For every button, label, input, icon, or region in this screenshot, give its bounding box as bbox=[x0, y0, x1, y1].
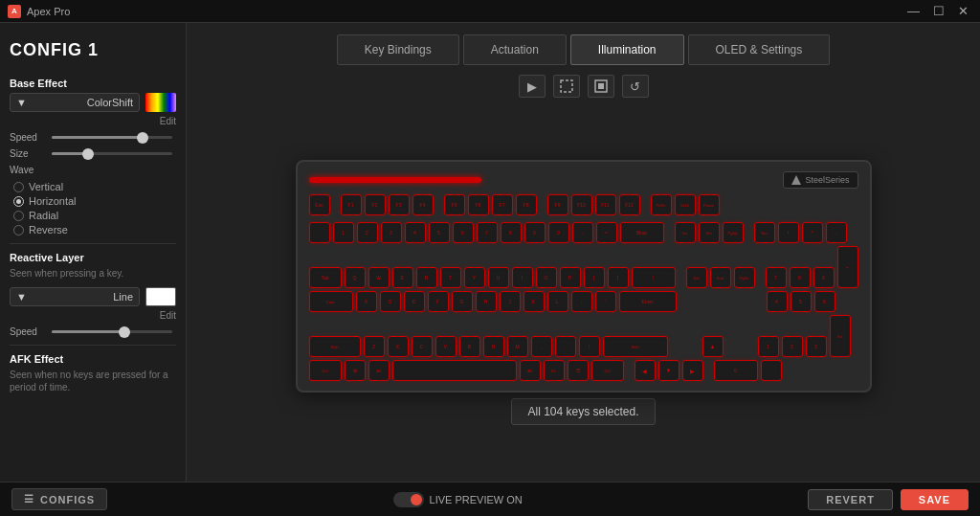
select-all-btn[interactable] bbox=[588, 75, 614, 98]
revert-button[interactable]: REVERT bbox=[808, 489, 893, 510]
key-f7[interactable]: F7 bbox=[492, 194, 513, 215]
key-num3[interactable]: 3 bbox=[806, 336, 827, 357]
key-z[interactable]: Z bbox=[364, 336, 385, 357]
tab-oled-settings[interactable]: OLED & Settings bbox=[688, 34, 831, 65]
undo-btn[interactable]: ↺ bbox=[622, 75, 649, 98]
key-6[interactable]: 6 bbox=[453, 222, 474, 243]
key-fn[interactable]: Fn bbox=[544, 360, 565, 381]
base-effect-edit[interactable]: Edit bbox=[10, 116, 176, 126]
key-rbracket[interactable]: ] bbox=[608, 267, 629, 288]
key-f6[interactable]: F6 bbox=[468, 194, 489, 215]
tab-actuation[interactable]: Actuation bbox=[463, 34, 567, 65]
wave-horizontal-radio[interactable] bbox=[13, 196, 24, 207]
key-prtsc[interactable]: PrtSc bbox=[651, 194, 672, 215]
key-backtick[interactable]: ` bbox=[309, 222, 330, 243]
key-f4[interactable]: F4 bbox=[412, 194, 434, 215]
key-2[interactable]: 2 bbox=[357, 222, 378, 243]
key-8[interactable]: 8 bbox=[501, 222, 522, 243]
key-f5[interactable]: F5 bbox=[444, 194, 465, 215]
key-num9[interactable]: 9 bbox=[813, 267, 835, 288]
key-r[interactable]: R bbox=[416, 267, 437, 288]
live-preview-toggle[interactable] bbox=[393, 492, 424, 507]
key-l[interactable]: L bbox=[547, 291, 568, 312]
key-f2[interactable]: F2 bbox=[365, 194, 386, 215]
key-esc[interactable]: Esc bbox=[309, 194, 330, 215]
key-q[interactable]: Q bbox=[345, 267, 366, 288]
key-w[interactable]: W bbox=[368, 267, 390, 288]
key-c[interactable]: C bbox=[412, 336, 433, 357]
key-rshift[interactable]: Shift bbox=[603, 336, 668, 357]
key-backslash[interactable]: \ bbox=[632, 267, 676, 288]
key-5[interactable]: 5 bbox=[429, 222, 450, 243]
key-down[interactable]: ▼ bbox=[658, 360, 679, 381]
key-ralt[interactable]: Alt bbox=[520, 360, 541, 381]
key-f3[interactable]: F3 bbox=[389, 194, 410, 215]
window-controls[interactable]: — ☐ ✕ bbox=[903, 4, 972, 18]
key-num-minus[interactable]: - bbox=[826, 222, 847, 243]
key-num-enter[interactable]: En bbox=[830, 315, 851, 357]
key-backspace[interactable]: Bksp bbox=[620, 222, 664, 243]
tab-key-bindings[interactable]: Key Bindings bbox=[337, 34, 459, 65]
key-x[interactable]: X bbox=[388, 336, 409, 357]
key-del[interactable]: Del bbox=[686, 267, 707, 288]
wave-radial[interactable]: Radial bbox=[13, 210, 176, 221]
key-num1[interactable]: 1 bbox=[758, 336, 779, 357]
key-lbracket[interactable]: [ bbox=[584, 267, 605, 288]
key-num-plus[interactable]: + bbox=[837, 246, 858, 288]
wave-vertical-radio[interactable] bbox=[13, 182, 24, 192]
key-num-multiply[interactable]: * bbox=[802, 222, 823, 243]
key-o[interactable]: O bbox=[536, 267, 557, 288]
key-4[interactable]: 4 bbox=[405, 222, 426, 243]
save-button[interactable]: SAVE bbox=[901, 489, 969, 510]
key-j[interactable]: J bbox=[500, 291, 521, 312]
key-s[interactable]: S bbox=[380, 291, 401, 312]
key-num4[interactable]: 4 bbox=[767, 291, 788, 312]
key-1[interactable]: 1 bbox=[333, 222, 354, 243]
wave-vertical[interactable]: Vertical bbox=[13, 181, 176, 192]
key-space[interactable] bbox=[392, 360, 517, 381]
key-comma[interactable]: , bbox=[531, 336, 552, 357]
key-f10[interactable]: F10 bbox=[571, 194, 592, 215]
key-n[interactable]: N bbox=[483, 336, 504, 357]
key-ins[interactable]: Ins bbox=[675, 222, 696, 243]
wave-reverse-radio[interactable] bbox=[13, 225, 24, 236]
base-effect-select[interactable]: ▼ ColorShift bbox=[10, 93, 140, 112]
reactive-swatch[interactable] bbox=[145, 287, 176, 306]
key-num2[interactable]: 2 bbox=[782, 336, 803, 357]
key-7[interactable]: 7 bbox=[477, 222, 498, 243]
key-p[interactable]: P bbox=[560, 267, 581, 288]
key-equals[interactable]: = bbox=[596, 222, 617, 243]
maximize-btn[interactable]: ☐ bbox=[929, 4, 948, 18]
select-rect-btn[interactable] bbox=[553, 75, 580, 98]
key-lalt[interactable]: Alt bbox=[368, 360, 390, 381]
key-lctrl[interactable]: Ctrl bbox=[309, 360, 342, 381]
key-enter[interactable]: Enter bbox=[619, 291, 677, 312]
key-f[interactable]: F bbox=[428, 291, 449, 312]
key-slash[interactable]: / bbox=[579, 336, 600, 357]
key-f1[interactable]: F1 bbox=[341, 194, 362, 215]
key-num0[interactable]: 0 bbox=[714, 360, 758, 381]
key-d[interactable]: D bbox=[404, 291, 425, 312]
key-pgup[interactable]: PgUp bbox=[723, 222, 744, 243]
wave-reverse[interactable]: Reverse bbox=[13, 224, 176, 236]
size-slider[interactable] bbox=[52, 152, 172, 155]
key-rctrl[interactable]: Ctrl bbox=[591, 360, 624, 381]
key-i[interactable]: I bbox=[512, 267, 533, 288]
key-num6[interactable]: 6 bbox=[814, 291, 835, 312]
key-e[interactable]: E bbox=[392, 267, 413, 288]
reactive-edit[interactable]: Edit bbox=[10, 310, 176, 321]
close-btn[interactable]: ✕ bbox=[954, 4, 972, 18]
key-u[interactable]: U bbox=[488, 267, 509, 288]
configs-button[interactable]: ☰ CONFIGS bbox=[11, 488, 107, 510]
key-up[interactable]: ▲ bbox=[702, 336, 724, 357]
key-num8[interactable]: 8 bbox=[790, 267, 811, 288]
key-home[interactable]: Hm bbox=[699, 222, 720, 243]
wave-horizontal[interactable]: Horizontal bbox=[13, 195, 176, 207]
key-h[interactable]: H bbox=[476, 291, 497, 312]
key-pgdn[interactable]: PgDn bbox=[734, 267, 755, 288]
key-num-divide[interactable]: / bbox=[778, 222, 799, 243]
minimize-btn[interactable]: — bbox=[903, 4, 924, 18]
colorshift-swatch[interactable] bbox=[145, 93, 176, 112]
key-lshift[interactable]: Shift bbox=[309, 336, 361, 357]
tab-illumination[interactable]: Illumination bbox=[570, 34, 684, 65]
